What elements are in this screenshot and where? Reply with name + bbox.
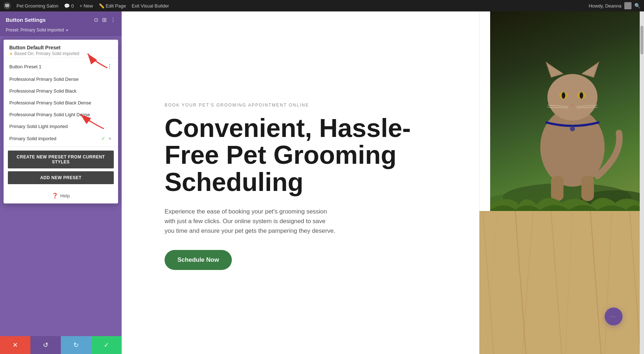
site-name: Pet Grooming Salon (16, 3, 58, 9)
preset-item-name: Professional Primary Solid Light Dense (9, 112, 112, 117)
list-item[interactable]: Primary Solid Light imported (4, 121, 118, 132)
dots-icon[interactable]: ⋮ (107, 63, 112, 70)
preset-item-actions: ✓ ★ (101, 136, 112, 141)
confirm-button[interactable]: ✓ (91, 336, 122, 354)
more-options-icon[interactable]: ⋮ (110, 16, 116, 23)
svg-point-14 (580, 92, 583, 99)
header-icons: ⊙ ⊞ ⋮ (94, 16, 116, 23)
preset-item-name: Professional Primary Solid Black (9, 88, 112, 94)
svg-marker-10 (582, 64, 597, 77)
exit-builder-link[interactable]: Exit Visual Builder (132, 3, 169, 9)
help-label: Help (60, 193, 70, 198)
svg-point-13 (562, 92, 565, 99)
columns-icon[interactable]: ⊞ (102, 16, 107, 23)
wp-logo-icon[interactable]: W (4, 2, 11, 9)
hero-bottom-image (479, 211, 644, 354)
user-menu[interactable]: Howdy, Deanna 🔍 (589, 2, 640, 9)
list-item[interactable]: Primary Solid imported ✓ ★ (4, 132, 118, 144)
svg-rect-22 (581, 176, 594, 201)
preset-item-name: Primary Solid imported (9, 136, 101, 141)
add-preset-button[interactable]: ADD NEW PRESET (8, 171, 114, 184)
comment-count[interactable]: 💬 0 (64, 3, 74, 9)
svg-rect-23 (479, 211, 644, 354)
preset-list: Button Preset 1 ⋮ Professional Primary S… (4, 58, 118, 147)
list-item[interactable]: Professional Primary Solid Black Dense (4, 97, 118, 109)
star-icon: ★ (9, 51, 13, 56)
svg-point-6 (547, 74, 597, 121)
left-panel: Button Settings ⊙ ⊞ ⋮ Preset: Primary So… (0, 11, 122, 354)
scrollbar-thumb (640, 26, 643, 54)
cancel-button[interactable]: ✕ (0, 336, 30, 354)
based-on-text: Based On: Primary Solid imported (14, 51, 79, 56)
content-area: BOOK YOUR PET'S GROOMING APPOINTMENT ONL… (122, 11, 644, 354)
preset-row[interactable]: Preset: Primary Solid imported ▾ (0, 28, 122, 36)
preset-item-name: Professional Primary Solid Dense (9, 77, 112, 82)
list-item[interactable]: Professional Primary Solid Light Dense (4, 109, 118, 121)
website-preview: BOOK YOUR PET'S GROOMING APPOINTMENT ONL… (122, 11, 644, 354)
star-icon[interactable]: ★ (108, 136, 112, 141)
search-icon[interactable]: 🔍 (634, 3, 640, 9)
svg-point-20 (570, 126, 575, 131)
edit-page-link[interactable]: ✏️ Edit Page (99, 3, 126, 9)
preset-dropdown: Button Default Preset ★ Based On: Primar… (4, 40, 118, 203)
default-preset-name: Button Default Preset (9, 45, 112, 50)
site-hero: BOOK YOUR PET'S GROOMING APPOINTMENT ONL… (122, 11, 644, 354)
undo-button[interactable]: ↺ (30, 336, 61, 354)
svg-rect-21 (551, 176, 564, 201)
preset-item-name: Primary Solid Light imported (9, 124, 112, 129)
create-preset-button[interactable]: CREATE NEW PRESET FROM CURRENT STYLES (8, 151, 114, 168)
preset-label: Preset: Primary Solid imported (6, 28, 64, 33)
dropdown-actions: CREATE NEW PRESET FROM CURRENT STYLES AD… (4, 147, 118, 188)
help-icon: ❓ (52, 193, 58, 198)
dropdown-header: Button Default Preset ★ Based On: Primar… (4, 40, 118, 58)
svg-marker-9 (547, 64, 563, 77)
user-avatar (624, 2, 631, 9)
panel-bottom-bar: ✕ ↺ ↻ ✓ (0, 336, 122, 354)
new-link[interactable]: + New (79, 3, 93, 9)
target-icon[interactable]: ⊙ (94, 16, 98, 23)
fab-button[interactable]: ··· (605, 308, 623, 325)
fab-icon: ··· (611, 315, 616, 318)
panel-title: Button Settings (6, 17, 46, 23)
preset-item-name: Button Preset 1 (9, 64, 107, 69)
check-icon: ✓ (101, 136, 106, 141)
redo-button[interactable]: ↻ (61, 336, 91, 354)
help-row[interactable]: ❓ Help (4, 188, 118, 203)
divider (479, 11, 480, 354)
schedule-now-button[interactable]: Schedule Now (165, 250, 232, 270)
list-item[interactable]: Professional Primary Solid Black (4, 85, 118, 97)
hero-title: Convenient, Hassle-Free Pet Grooming Sch… (165, 115, 458, 196)
cat-image-svg (490, 11, 644, 219)
hero-text-col: BOOK YOUR PET'S GROOMING APPOINTMENT ONL… (122, 11, 479, 354)
scrollbar[interactable] (640, 11, 644, 354)
list-item[interactable]: Professional Primary Solid Dense (4, 73, 118, 85)
preset-chevron-icon: ▾ (66, 28, 68, 32)
panel-header: Button Settings ⊙ ⊞ ⋮ (0, 11, 122, 28)
list-item[interactable]: Button Preset 1 ⋮ (4, 60, 118, 73)
hero-description: Experience the ease of booking your pet'… (165, 207, 336, 236)
based-on-row: ★ Based On: Primary Solid imported (9, 51, 112, 56)
preset-item-name: Professional Primary Solid Black Dense (9, 100, 112, 105)
hero-eyebrow: BOOK YOUR PET'S GROOMING APPOINTMENT ONL… (165, 103, 458, 108)
wp-admin-bar: W Pet Grooming Salon 💬 0 + New ✏️ Edit P… (0, 0, 644, 11)
preset-item-actions: ⋮ (107, 63, 112, 70)
hero-image-col (479, 11, 644, 354)
bottom-bg-svg (479, 211, 644, 354)
